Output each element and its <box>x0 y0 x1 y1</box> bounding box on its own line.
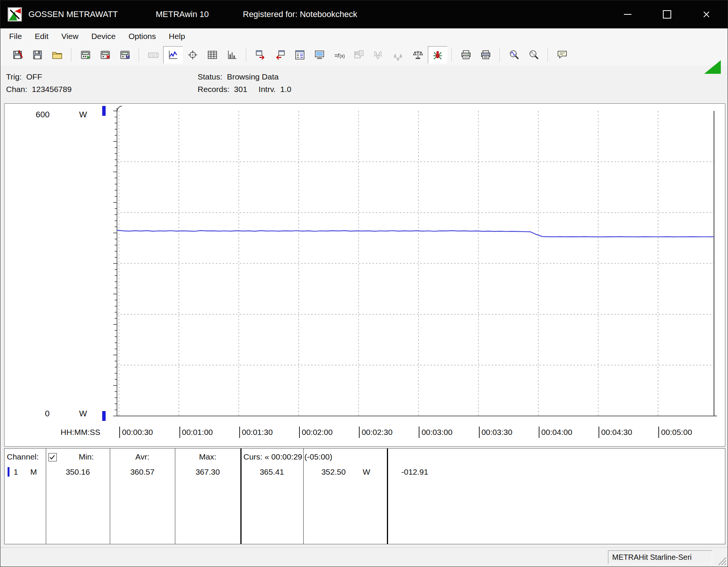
app-icon <box>7 7 22 22</box>
close-button[interactable] <box>696 4 717 25</box>
open-file-button[interactable] <box>47 46 67 64</box>
channel-color-marker <box>8 467 9 477</box>
channel-visible-checkbox[interactable] <box>48 453 57 461</box>
balance-icon <box>412 49 424 61</box>
channel-number: 1 <box>14 466 18 478</box>
zoom-button[interactable] <box>524 46 544 64</box>
channel-list-button[interactable] <box>290 46 310 64</box>
wave-fill-button <box>388 46 408 64</box>
transfer-in-button[interactable] <box>270 46 290 64</box>
trig-label: Trig: <box>6 72 22 81</box>
channel-mode: M <box>30 466 37 478</box>
debug-button[interactable] <box>428 46 447 64</box>
zoom-icon <box>528 49 539 61</box>
meter-m-icon: M <box>119 49 131 61</box>
close-icon <box>703 11 710 18</box>
minimize-button[interactable] <box>617 4 638 25</box>
print-report-button[interactable] <box>456 46 476 64</box>
protocol-button <box>349 46 369 64</box>
folder-icon <box>51 49 63 61</box>
crosshair-icon <box>187 49 198 61</box>
wave-button <box>369 46 388 64</box>
toolbar-separator <box>451 48 452 62</box>
wave-fill-icon <box>393 49 404 61</box>
formula-button[interactable]: =f(x) <box>329 46 349 64</box>
title-registered: Registered for: Notebookcheck <box>243 9 357 19</box>
svg-text:M: M <box>126 54 130 60</box>
save-data-button[interactable] <box>28 46 47 64</box>
chart-panel: 600 W 0 W HH:MM:SS 00:00:3000:01:0000:01… <box>4 103 725 447</box>
channel-color-marker-top <box>102 106 106 116</box>
column-divider <box>387 449 388 544</box>
toolbar-separator <box>499 48 500 62</box>
meter-play-icon <box>80 49 91 61</box>
print-screen-button[interactable] <box>476 46 496 64</box>
device-start-button[interactable] <box>76 46 95 64</box>
maximize-button[interactable] <box>656 4 678 25</box>
fx-icon: =f(x) <box>334 49 345 61</box>
menu-bar: FileEditViewDeviceOptionsHelp <box>0 28 728 44</box>
menu-view[interactable]: View <box>55 28 85 44</box>
chart-view-button[interactable] <box>163 46 183 64</box>
menu-device[interactable]: Device <box>85 28 122 44</box>
y-axis-max-label: 600 <box>25 110 50 120</box>
minimize-icon <box>624 14 631 15</box>
y-axis-unit-bottom: W <box>79 409 87 419</box>
window-controls <box>617 0 717 28</box>
table-icon <box>207 49 218 61</box>
monitor-button[interactable] <box>310 46 329 64</box>
monitor-icon <box>314 49 325 61</box>
floppy-icon <box>32 49 43 61</box>
wave-icon <box>373 49 384 61</box>
device-stop-button[interactable] <box>95 46 115 64</box>
avr-value: 360.57 <box>110 466 175 478</box>
chan-label: Chan: <box>6 85 27 93</box>
column-divider <box>46 449 46 544</box>
window-arrow-out-icon <box>255 49 266 61</box>
toolbar: M=f(x) <box>0 44 728 65</box>
tooltip-button[interactable] <box>552 46 572 64</box>
cursor-view-button[interactable] <box>183 46 203 64</box>
title-bar: GOSSEN METRAWATT METRAwin 10 Registered … <box>0 0 728 28</box>
min-value: 350.16 <box>46 466 110 478</box>
menu-edit[interactable]: Edit <box>28 28 55 44</box>
max-header: Max: <box>175 451 240 463</box>
printer2-icon <box>480 49 491 61</box>
y-axis-min-label: 0 <box>25 409 50 419</box>
svg-text:(x): (x) <box>340 53 345 59</box>
callout-icon <box>557 49 568 61</box>
menu-file[interactable]: File <box>3 28 28 44</box>
histogram-view-button[interactable] <box>222 46 242 64</box>
meter-doc-icon <box>353 49 365 61</box>
status-value: Browsing Data <box>227 72 279 81</box>
axis-hook <box>117 106 122 112</box>
column-divider <box>240 449 242 544</box>
status-bar: METRAHit Starline-Seri <box>0 547 728 567</box>
check-icon <box>49 454 56 461</box>
records-value: 301 <box>234 85 247 93</box>
save-config-button[interactable] <box>8 46 28 64</box>
app-window: GOSSEN METRAWATT METRAwin 10 Registered … <box>0 0 728 567</box>
power-chart[interactable] <box>5 104 724 446</box>
min-header: Min: <box>79 451 94 463</box>
device-memory-button[interactable]: M <box>115 46 135 64</box>
keyboard-icon <box>148 49 159 61</box>
measurement-table: Channel: Min: Avr: Max: Curs: « 00:00:29… <box>4 448 725 544</box>
toolbar-separator <box>547 48 549 62</box>
menu-options[interactable]: Options <box>122 28 162 44</box>
zoom-wave-icon <box>508 49 520 61</box>
y-axis-unit-top: W <box>79 110 87 120</box>
zoom-curve-button[interactable] <box>504 46 524 64</box>
cursor-header: Curs: « 00:00:29 (-05:00) <box>243 451 332 463</box>
maximize-icon <box>663 10 671 19</box>
table-view-button[interactable] <box>203 46 222 64</box>
device-model-field: METRAHit Starline-Seri <box>608 550 712 564</box>
resize-grip[interactable] <box>716 555 727 566</box>
cursor-delta-value: -012.91 <box>401 466 428 478</box>
max-value: 367.30 <box>175 466 240 478</box>
line-chart-icon <box>167 49 179 61</box>
transfer-out-button[interactable] <box>251 46 270 64</box>
scale-button[interactable] <box>408 46 428 64</box>
menu-help[interactable]: Help <box>162 28 192 44</box>
chan-value: 123456789 <box>32 85 72 93</box>
